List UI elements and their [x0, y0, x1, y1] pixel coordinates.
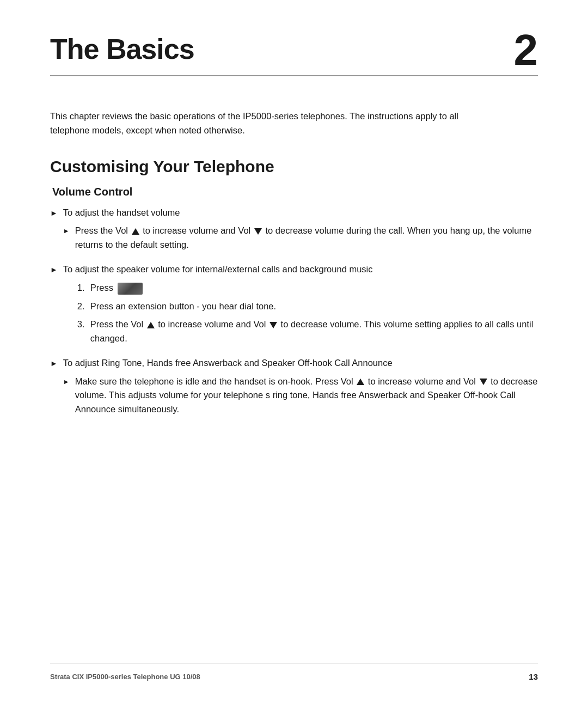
section-title: Customising Your Telephone [50, 157, 538, 176]
speaker-button-icon [118, 283, 143, 295]
list-number: 3. [77, 318, 90, 332]
footer: Strata CIX IP5000-series Telephone UG 10… [50, 672, 538, 681]
chapter-title: The Basics [50, 33, 194, 65]
arrow-icon: ► [50, 264, 58, 276]
triangle-up-icon [147, 322, 155, 328]
list-item: 1. Press [77, 281, 538, 295]
triangle-down-icon [270, 322, 277, 328]
chapter-header: The Basics 2 [50, 33, 538, 72]
sub-bullet-list: ► Press the Vol to increase volume and V… [63, 224, 538, 252]
sub-bullet-list: ► Make sure the telephone is idle and th… [63, 375, 538, 417]
page-number: 13 [529, 672, 538, 681]
chapter-number: 2 [514, 28, 538, 72]
sub-bullet-text: Make sure the telephone is idle and the … [75, 375, 538, 417]
list-number: 1. [77, 281, 90, 295]
triangle-down-icon [480, 379, 487, 385]
footer-rule [50, 663, 538, 663]
sub-arrow-icon: ► [63, 226, 70, 236]
arrow-icon: ► [50, 208, 58, 219]
li-content: To adjust the speaker volume for interna… [63, 263, 538, 350]
sub-bullet-text: Press the Vol to increase volume and Vol… [75, 224, 538, 252]
triangle-up-icon [357, 379, 364, 385]
bullet-text: To adjust the handset volume [63, 208, 180, 217]
footer-left-text: Strata CIX IP5000-series Telephone UG 10… [50, 673, 200, 681]
bullet-text: To adjust the speaker volume for interna… [63, 264, 373, 274]
list-number: 2. [77, 300, 90, 314]
numbered-list: 1. Press 2. Press an extension button - … [77, 281, 538, 345]
bullet-text: To adjust Ring Tone, Hands free Answerba… [63, 358, 393, 368]
list-item: 2. Press an extension button - you hear … [77, 300, 538, 314]
list-item: ► Press the Vol to increase volume and V… [63, 224, 538, 252]
page-container: The Basics 2 This chapter reviews the ba… [0, 0, 588, 714]
content-area: This chapter reviews the basic operation… [50, 109, 538, 663]
numbered-text: Press [90, 281, 144, 295]
list-item: ► Make sure the telephone is idle and th… [63, 375, 538, 417]
li-content: To adjust the handset volume ► Press the… [63, 206, 538, 257]
li-content: To adjust Ring Tone, Hands free Answerba… [63, 356, 538, 420]
list-item: ► To adjust the speaker volume for inter… [50, 263, 538, 350]
list-item: 3. Press the Vol to increase volume and … [77, 318, 538, 345]
sub-arrow-icon: ► [63, 377, 70, 387]
numbered-text: Press the Vol to increase volume and Vol… [90, 318, 538, 345]
list-item: ► To adjust Ring Tone, Hands free Answer… [50, 356, 538, 420]
header-rule [50, 75, 538, 76]
list-item: ► To adjust the handset volume ► Press t… [50, 206, 538, 257]
triangle-up-icon [132, 228, 139, 235]
subsection-title: Volume Control [52, 186, 538, 198]
main-bullet-list: ► To adjust the handset volume ► Press t… [50, 206, 538, 421]
numbered-text: Press an extension button - you hear dia… [90, 300, 276, 314]
arrow-icon: ► [50, 358, 58, 370]
triangle-down-icon [254, 228, 262, 235]
intro-text: This chapter reviews the basic operation… [50, 109, 497, 138]
